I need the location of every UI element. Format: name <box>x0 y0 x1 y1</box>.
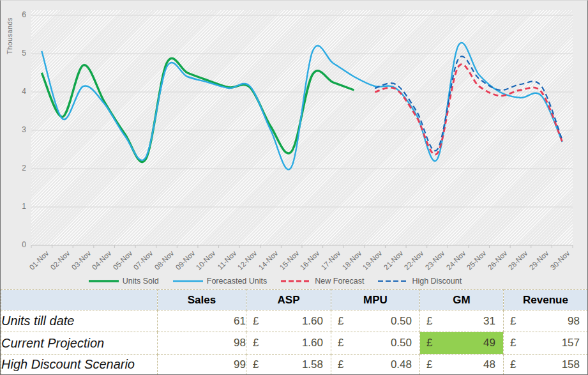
currency-symbol: £ <box>510 315 516 328</box>
y-axis-tick-label: 4 <box>1 87 26 96</box>
cell-value: 0.50 <box>391 337 412 349</box>
currency-symbol: £ <box>338 337 343 349</box>
currency-symbol: £ <box>338 358 343 371</box>
currency-symbol: £ <box>426 337 432 349</box>
header-mpu[interactable]: MPU <box>331 290 420 310</box>
currency-value: £1.60 <box>246 315 331 328</box>
forecast-chart: Thousands 0123456 01-Nov02-Nov03-Nov04-N… <box>1 1 587 289</box>
cell-asp[interactable]: £1.58 <box>246 355 331 375</box>
currency-value: £1.60 <box>246 337 331 349</box>
y-axis-tick-label: 0 <box>1 240 26 249</box>
currency-symbol: £ <box>510 358 516 371</box>
cell-revenue[interactable]: £98 <box>504 310 588 332</box>
chart-legend: Units SoldForecasted UnitsNew ForecastHi… <box>1 275 550 287</box>
cell-value: 0.48 <box>391 358 412 371</box>
excel-forecast-sheet: Thousands 0123456 01-Nov02-Nov03-Nov04-N… <box>0 0 588 375</box>
header-row-label[interactable] <box>1 290 158 310</box>
legend-item-high-discount[interactable]: High Discount <box>378 277 462 286</box>
cell-asp[interactable]: £1.60 <box>246 332 331 355</box>
cell-row-label[interactable]: High Discount Scenario <box>1 355 158 375</box>
currency-value: £49 <box>420 337 503 349</box>
header-gm[interactable]: GM <box>420 290 504 310</box>
cell-value: 98 <box>568 315 580 328</box>
y-axis-tick-label: 5 <box>1 49 26 57</box>
cell-revenue[interactable]: £158 <box>504 355 588 375</box>
legend-label: Units Sold <box>123 277 159 286</box>
cell-gm[interactable]: £31 <box>420 310 504 332</box>
series-high-discount[interactable] <box>375 56 562 151</box>
currency-symbol: £ <box>253 315 259 328</box>
cell-mpu[interactable]: £0.50 <box>331 332 420 355</box>
currency-value: £157 <box>504 337 587 349</box>
cell-value: 158 <box>562 358 580 371</box>
table-row: Current Projection98£1.60£0.50£49£157 <box>1 332 588 355</box>
cell-gm[interactable]: £48 <box>420 355 504 375</box>
series-forecasted-units[interactable] <box>41 43 562 170</box>
chart-canvas <box>1 1 588 289</box>
currency-value: £158 <box>504 358 587 371</box>
header-asp[interactable]: ASP <box>246 290 331 310</box>
cell-mpu[interactable]: £0.50 <box>331 310 420 332</box>
cell-value: 0.50 <box>391 315 412 328</box>
currency-value: £0.50 <box>331 315 419 328</box>
currency-value: £31 <box>420 315 503 328</box>
table-row: High Discount Scenario99£1.58£0.48£48£15… <box>1 355 588 375</box>
cell-asp[interactable]: £1.60 <box>246 310 331 332</box>
cell-sales[interactable]: 61 <box>158 310 246 332</box>
cell-value: 49 <box>483 337 495 349</box>
header-revenue[interactable]: Revenue <box>504 290 588 310</box>
cell-row-label[interactable]: Units till date <box>1 310 158 332</box>
cell-value: 157 <box>562 337 580 349</box>
y-axis-tick-label: 2 <box>1 164 26 172</box>
legend-label: New Forecast <box>315 277 364 286</box>
cell-gm-highlighted[interactable]: £49 <box>420 332 504 355</box>
scenario-table-area: SalesASPMPUGMRevenue Units till date61£1… <box>1 289 587 374</box>
y-axis-tick-label: 6 <box>1 10 26 19</box>
legend-line-sample-icon <box>89 279 119 283</box>
currency-value: £0.50 <box>331 337 419 349</box>
header-sales[interactable]: Sales <box>158 290 246 310</box>
cell-revenue[interactable]: £157 <box>504 332 588 355</box>
currency-value: £0.48 <box>331 358 419 371</box>
legend-label: Forecasted Units <box>207 277 267 286</box>
y-axis-tick-label: 1 <box>1 202 26 211</box>
cell-mpu[interactable]: £0.48 <box>331 355 420 375</box>
currency-symbol: £ <box>338 315 343 328</box>
cell-value: 1.60 <box>302 337 323 349</box>
currency-symbol: £ <box>426 315 432 328</box>
cell-value: 1.58 <box>302 358 323 371</box>
cell-row-label[interactable]: Current Projection <box>1 332 158 355</box>
legend-label: High Discount <box>412 277 462 286</box>
currency-symbol: £ <box>426 358 432 371</box>
cell-sales[interactable]: 98 <box>158 332 246 355</box>
series-new-forecast[interactable] <box>375 65 562 155</box>
legend-item-new-forecast[interactable]: New Forecast <box>281 277 364 286</box>
currency-symbol: £ <box>253 337 259 349</box>
legend-item-units-sold[interactable]: Units Sold <box>89 277 159 286</box>
currency-symbol: £ <box>253 358 259 371</box>
table-row: Units till date61£1.60£0.50£31£98 <box>1 310 588 332</box>
cell-value: 1.60 <box>302 315 323 328</box>
legend-item-forecasted-units[interactable]: Forecasted Units <box>173 277 267 286</box>
legend-line-sample-icon <box>378 279 408 283</box>
currency-value: £98 <box>504 315 587 328</box>
currency-symbol: £ <box>510 337 516 349</box>
currency-value: £1.58 <box>246 358 331 371</box>
scenario-table: SalesASPMPUGMRevenue Units till date61£1… <box>1 289 588 375</box>
cell-value: 48 <box>483 358 495 371</box>
currency-value: £48 <box>420 358 503 371</box>
y-axis-tick-label: 3 <box>1 125 26 134</box>
legend-line-sample-icon <box>281 279 311 283</box>
legend-line-sample-icon <box>173 279 203 283</box>
cell-sales[interactable]: 99 <box>158 355 246 375</box>
cell-value: 31 <box>483 315 495 328</box>
